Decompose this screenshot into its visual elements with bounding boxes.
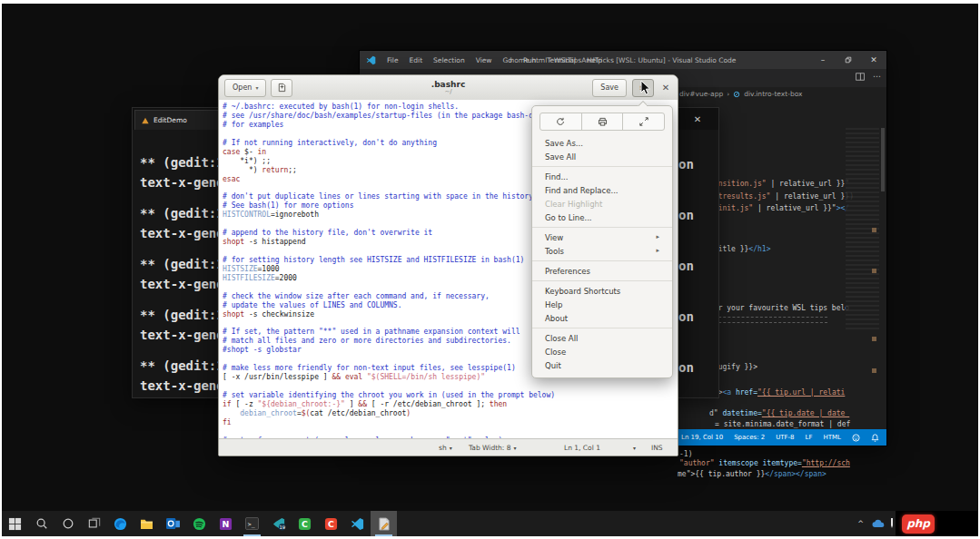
terminal-text-line: text-x-gene [140,175,224,190]
gedit-menu-popover: Save As...Save AllFind...Find and Replac… [531,105,673,378]
menu-terminal[interactable]: Terminal [541,56,581,64]
chevron-down-icon[interactable]: ▾ [633,439,636,456]
terminal-close-icon[interactable]: ✕ [677,108,718,130]
menu-item-find-and-replace[interactable]: Find and Replace... [532,183,672,197]
close-icon[interactable]: ✕ [861,51,886,69]
minimap-marker [872,337,876,341]
taskbar-task-view-icon[interactable] [81,511,107,536]
menu-separator [532,166,672,167]
language-selector[interactable]: sh▾ [439,439,452,456]
code-fragment: ostresults.js" | relative_url }}) [709,192,854,201]
status-html[interactable]: HTML [824,434,841,441]
reload-icon[interactable] [540,113,582,130]
menu-separator [532,260,672,261]
editor-scrollbar[interactable] [881,128,885,191]
status-spaces-2[interactable]: Spaces: 2 [734,434,765,441]
fullscreen-icon[interactable] [623,113,664,130]
more-actions-icon[interactable]: ⋯ [873,72,881,81]
open-button[interactable]: Open▾ [224,79,266,97]
vscode-logo-icon [366,55,376,65]
taskbar-vscode-icon[interactable] [344,511,371,536]
taskbar-outlook-icon[interactable] [160,511,186,536]
menu-item-keyboard-shortcuts[interactable]: Keyboard Shortcuts [532,284,672,298]
minimize-icon[interactable]: – [810,51,836,69]
menu-item-about[interactable]: About [532,311,672,325]
taskbar-search-icon[interactable] [28,511,54,536]
code-fragment: ransition.js" | relative_url }}" [709,180,849,188]
onedrive-cloud-icon[interactable] [872,519,885,528]
menu-separator [532,328,672,328]
menu-item-close-all[interactable]: Close All [532,331,672,345]
taskbar-gedit-icon[interactable] [371,511,397,536]
taskbar-file-explorer-icon[interactable] [134,511,160,536]
menu-item-quit[interactable]: Quit [532,358,672,372]
menu-item-view[interactable]: View▸ [532,230,672,244]
menu-item-save-as[interactable]: Save As... [532,136,672,150]
code-line [223,382,678,391]
terminal-tab[interactable]: EditDemo [134,110,230,130]
menu-view[interactable]: View [470,56,498,64]
menu-item-preferences[interactable]: Preferences [532,264,672,278]
code-fragment: e"><a href="{{ tip.url | relati [709,388,845,397]
svg-text:N: N [223,519,230,529]
minimap[interactable] [846,128,879,332]
tab-width-selector[interactable]: Tab Width: 8▾ [469,439,517,456]
comment-dash-line [709,317,827,318]
taskbar-cortana-icon[interactable] [54,511,81,536]
code-fragment: ueinit.js" | relative_url }}"></ [709,204,849,212]
taskbar-edge-icon[interactable] [107,511,134,536]
terminal-text-line: ** (gedit:1 [140,257,224,271]
code-fragment: -1) [679,450,692,458]
menu-run[interactable]: Run [518,56,541,64]
taskbar-spotify-icon[interactable] [186,511,213,536]
feedback-icon[interactable] [852,434,860,442]
breadcrumb[interactable]: div#vue-app›div.intro-text-box [679,88,802,100]
status-utf-8[interactable]: UTF-8 [776,434,794,441]
menu-help[interactable]: Help [581,56,608,64]
menu-edit[interactable]: Edit [404,56,429,64]
split-editor-icon[interactable] [856,73,865,81]
tray-chevron-icon[interactable]: ^ [853,520,868,528]
terminal-text-line: text-x-gene [140,226,224,240]
taskbar-camtasia-icon[interactable]: C [292,511,318,536]
menu-selection[interactable]: Selection [428,56,470,64]
chevron-down-icon: ▾ [514,445,517,451]
gedit-close-icon[interactable]: ✕ [659,83,672,93]
code-fragment: = site.minima.date_format | def [715,420,850,428]
terminal-text-line: ** (gedit:1 [140,308,224,322]
pen-icon[interactable] [888,518,896,529]
terminal-text-line: ** (gedit:1 [140,155,224,170]
breadcrumb-separator: › [727,90,729,98]
status-lf[interactable]: LF [806,434,813,441]
menu-item-tools[interactable]: Tools▸ [532,244,672,258]
menu-item-save-all[interactable]: Save All [532,150,672,163]
menu-item-help[interactable]: Help [532,298,672,311]
chevron-down-icon: ▾ [450,445,452,451]
gedit-headerbar[interactable]: Open▾ .bashrc ~/ Save ≡ ✕ [219,75,678,101]
submenu-arrow-icon: ▸ [656,247,659,256]
taskbar-camtasia-recorder-icon[interactable]: C [318,511,344,536]
new-document-button[interactable] [271,79,292,97]
vscode-window-controls: – ✕ [810,51,886,69]
menu-item-go-to-line[interactable]: Go to Line... [532,211,672,224]
breadcrumb-item[interactable]: div.intro-text-box [744,90,802,98]
taskbar: N>_19CC^php [2,511,978,536]
taskbar-visual-studio-icon[interactable]: 19 [265,511,292,536]
breadcrumb-item[interactable]: div#vue-app [679,90,723,98]
restore-icon[interactable] [836,51,861,69]
vscode-titlebar[interactable]: FileEditSelectionViewGoRunTerminalHelp h… [360,51,886,69]
running-indicator [375,534,392,536]
menu-item-find[interactable]: Find... [532,170,672,183]
status-ln-19-col-10[interactable]: Ln 19, Col 10 [681,434,723,441]
taskbar-terminal-icon[interactable]: >_ [239,511,265,536]
menu-file[interactable]: File [381,56,404,64]
save-button[interactable]: Save [592,79,627,97]
print-icon[interactable] [582,113,624,130]
terminal-text-line: text-x-gene [140,328,224,342]
menu-item-close[interactable]: Close [532,345,672,358]
notifications-bell-icon[interactable] [871,434,879,442]
taskbar-start-icon[interactable] [2,511,28,536]
taskbar-onenote-icon[interactable]: N [213,511,239,536]
menu-go[interactable]: Go [497,56,517,64]
terminal-text-fragment: on [678,360,694,375]
